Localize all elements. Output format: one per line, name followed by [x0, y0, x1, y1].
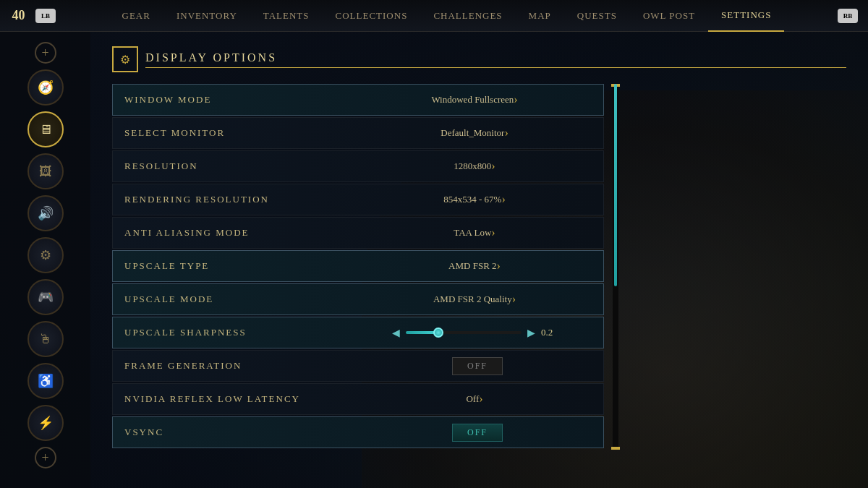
upscale-type-label: UPSCALE TYPE: [113, 260, 352, 272]
section-icon: ⚙: [112, 46, 138, 72]
setting-row-window-mode[interactable]: WINDOW MODE Windowed Fullscreen ›: [112, 84, 604, 116]
anti-aliasing-label: ANTI ALIASING MODE: [113, 227, 352, 239]
nav-owl-post[interactable]: OWL POST: [630, 0, 708, 32]
sidebar-mouse[interactable]: 🖱: [27, 321, 64, 357]
frame-generation-label: FRAME GENERATION: [113, 360, 352, 372]
setting-row-select-monitor[interactable]: SELECT MONITOR Default_Monitor ›: [112, 117, 604, 149]
section-header: ⚙ DISPLAY OPTIONS: [112, 46, 846, 72]
nav-gear[interactable]: GEAR: [109, 0, 163, 32]
slider-value: 0.2: [541, 327, 563, 338]
resolution-value[interactable]: 1280x800 ›: [352, 160, 603, 173]
setting-row-upscale-sharpness[interactable]: UPSCALE SHARPNESS ◀ ▶ 0.2: [112, 317, 604, 348]
sidebar-photo[interactable]: 🖼: [27, 153, 64, 189]
slider-left-arrow[interactable]: ◀: [392, 327, 400, 339]
resolution-label: RESOLUTION: [113, 160, 352, 172]
sidebar-audio[interactable]: 🔊: [27, 195, 64, 231]
sidebar-add-top[interactable]: +: [35, 42, 56, 64]
setting-row-frame-generation[interactable]: FRAME GENERATION OFF: [112, 350, 604, 382]
nav-collections[interactable]: COLLECTIONS: [323, 0, 421, 32]
rendering-resolution-arrow: ›: [501, 193, 505, 206]
vsync-value[interactable]: OFF: [352, 424, 603, 442]
nav-map[interactable]: MAP: [516, 0, 564, 32]
topbar: 40 LB GEAR INVENTORY TALENTS COLLECTIONS…: [0, 0, 868, 32]
select-monitor-label: SELECT MONITOR: [113, 127, 352, 139]
nav-challenges[interactable]: CHALLENGES: [420, 0, 515, 32]
upscale-mode-label: UPSCALE MODE: [113, 294, 352, 305]
rb-button[interactable]: RB: [838, 9, 858, 23]
player-level: 40: [6, 8, 31, 23]
upscale-type-arrow: ›: [497, 260, 501, 273]
main-nav: GEAR INVENTORY TALENTS COLLECTIONS CHALL…: [60, 0, 833, 32]
nav-quests[interactable]: QUESTS: [564, 0, 630, 32]
select-monitor-value[interactable]: Default_Monitor ›: [352, 127, 603, 140]
upscale-mode-value[interactable]: AMD FSR 2 Quality ›: [352, 293, 603, 306]
nav-talents[interactable]: TALENTS: [250, 0, 323, 32]
anti-aliasing-arrow: ›: [491, 226, 495, 239]
setting-row-nvidia-reflex[interactable]: NVIDIA REFLEX LOW LATENCY Off ›: [112, 383, 604, 415]
setting-row-anti-aliasing[interactable]: ANTI ALIASING MODE TAA Low ›: [112, 217, 604, 249]
sidebar-display[interactable]: 🖥: [27, 111, 64, 147]
settings-panel: WINDOW MODE Windowed Fullscreen › SELECT…: [112, 84, 604, 450]
sidebar-controller[interactable]: 🎮: [27, 279, 64, 315]
slider-track[interactable]: [406, 331, 522, 334]
frame-generation-value[interactable]: OFF: [352, 357, 603, 375]
window-mode-value[interactable]: Windowed Fullscreen ›: [352, 93, 603, 106]
nav-settings[interactable]: SETTINGS: [708, 0, 784, 32]
slider-right-arrow[interactable]: ▶: [527, 327, 535, 339]
nvidia-reflex-value[interactable]: Off ›: [352, 393, 603, 406]
lb-button[interactable]: LB: [35, 9, 56, 23]
section-title: DISPLAY OPTIONS: [145, 51, 846, 68]
anti-aliasing-value[interactable]: TAA Low ›: [352, 226, 603, 239]
window-mode-label: WINDOW MODE: [113, 94, 352, 106]
main-content: ⚙ DISPLAY OPTIONS WINDOW MODE Windowed F…: [90, 32, 868, 488]
setting-row-rendering-resolution[interactable]: RENDERING RESOLUTION 854x534 - 67% ›: [112, 184, 604, 215]
nvidia-reflex-label: NVIDIA REFLEX LOW LATENCY: [113, 393, 352, 405]
scrollbar-thumb[interactable]: [614, 84, 617, 286]
setting-row-upscale-mode[interactable]: UPSCALE MODE AMD FSR 2 Quality ›: [112, 283, 604, 315]
sharpness-slider[interactable]: ◀ ▶ 0.2: [352, 327, 603, 339]
upscale-sharpness-label: UPSCALE SHARPNESS: [113, 327, 352, 338]
setting-row-resolution[interactable]: RESOLUTION 1280x800 ›: [112, 150, 604, 182]
vsync-toggle[interactable]: OFF: [452, 424, 503, 442]
upscale-type-value[interactable]: AMD FSR 2 ›: [352, 260, 603, 273]
sidebar: + 🧭 🖥 🖼 🔊 ⚙ 🎮 🖱 ♿ ⚡ +: [0, 32, 90, 488]
frame-generation-toggle[interactable]: OFF: [452, 357, 503, 375]
setting-row-upscale-type[interactable]: UPSCALE TYPE AMD FSR 2 ›: [112, 250, 604, 282]
sidebar-compass[interactable]: 🧭: [27, 69, 64, 106]
scroll-end-bottom: [611, 447, 620, 450]
sidebar-gear[interactable]: ⚙: [27, 237, 64, 273]
resolution-arrow: ›: [491, 160, 495, 173]
select-monitor-arrow: ›: [504, 127, 508, 140]
slider-thumb[interactable]: [433, 328, 443, 338]
sidebar-add-bottom[interactable]: +: [35, 447, 56, 468]
rendering-resolution-label: RENDERING RESOLUTION: [113, 194, 352, 205]
sidebar-accessibility[interactable]: ♿: [27, 363, 64, 399]
nav-inventory[interactable]: INVENTORY: [163, 0, 250, 32]
sidebar-share[interactable]: ⚡: [27, 405, 64, 441]
vsync-label: VSYNC: [113, 427, 352, 438]
setting-row-vsync[interactable]: VSYNC OFF: [112, 416, 604, 448]
upscale-sharpness-value[interactable]: ◀ ▶ 0.2: [352, 327, 603, 339]
window-mode-arrow: ›: [514, 93, 517, 106]
upscale-mode-arrow: ›: [512, 293, 516, 306]
rendering-resolution-value[interactable]: 854x534 - 67% ›: [352, 193, 603, 206]
scrollbar[interactable]: [613, 84, 618, 450]
nvidia-reflex-arrow: ›: [479, 393, 482, 406]
